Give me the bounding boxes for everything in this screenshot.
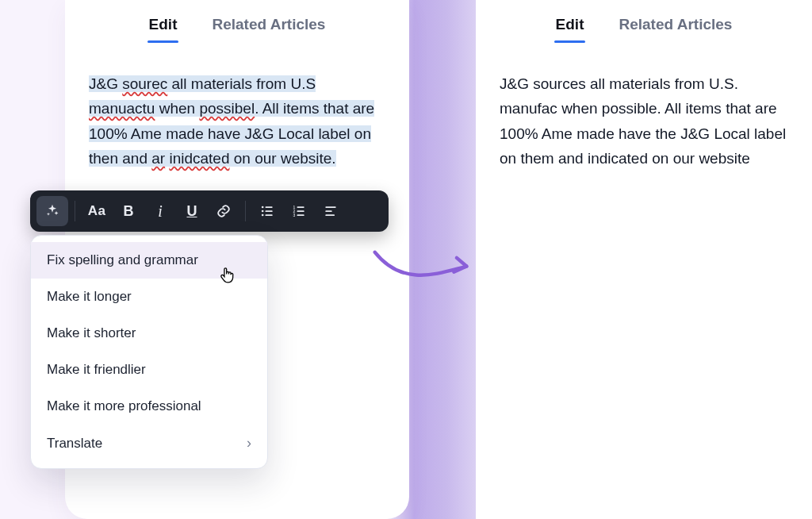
misspelling: inidcated — [169, 150, 229, 167]
sparkle-icon — [44, 203, 60, 219]
menu-item-make-shorter[interactable]: Make it shorter — [31, 315, 267, 352]
misspelling: manuactu — [89, 100, 155, 117]
menu-item-make-professional[interactable]: Make it more professional — [31, 388, 267, 425]
editor-body-after[interactable]: J&G sources all materials from U.S. manu… — [476, 49, 812, 171]
svg-point-0 — [262, 206, 264, 209]
menu-item-make-friendlier[interactable]: Make it friendlier — [31, 352, 267, 388]
svg-rect-9 — [297, 210, 304, 212]
ai-sparkle-button[interactable] — [36, 196, 68, 226]
toolbar-separator — [245, 201, 246, 221]
svg-rect-3 — [266, 210, 273, 212]
font-case-button[interactable]: Aa — [82, 196, 112, 226]
svg-text:3: 3 — [293, 213, 296, 217]
toolbar-separator — [75, 201, 75, 221]
svg-point-2 — [262, 210, 264, 213]
selected-text: J&G sourec all materials from U.S manuac… — [89, 75, 374, 167]
pointer-cursor-icon — [217, 265, 238, 286]
tab-related-articles[interactable]: Related Articles — [617, 11, 733, 41]
chevron-right-icon: › — [247, 435, 251, 452]
bullet-list-button[interactable] — [252, 196, 282, 226]
svg-rect-7 — [297, 206, 304, 208]
svg-rect-5 — [266, 214, 273, 216]
svg-rect-12 — [325, 206, 335, 208]
menu-item-translate[interactable]: Translate › — [31, 425, 267, 462]
svg-rect-11 — [297, 214, 304, 216]
editor-panel-after: Edit Related Articles J&G sources all ma… — [476, 0, 812, 519]
tab-related-articles[interactable]: Related Articles — [210, 11, 327, 41]
svg-rect-14 — [325, 214, 335, 216]
editor-body-before[interactable]: J&G sourec all materials from U.S manuac… — [65, 49, 409, 171]
bold-button[interactable]: B — [113, 196, 144, 226]
svg-rect-1 — [266, 206, 273, 208]
link-icon — [216, 203, 232, 219]
svg-point-4 — [262, 214, 264, 217]
tab-bar-left: Edit Related Articles — [65, 0, 409, 49]
tab-edit[interactable]: Edit — [554, 11, 586, 41]
numbered-list-button[interactable]: 1 2 3 — [284, 196, 314, 226]
svg-rect-13 — [325, 210, 331, 212]
formatting-toolbar: Aa B i U 1 2 3 — [30, 190, 389, 232]
numbered-list-icon: 1 2 3 — [291, 203, 307, 219]
misspelling: ar — [151, 150, 165, 167]
bullet-list-icon — [259, 203, 275, 219]
link-button[interactable] — [209, 196, 239, 226]
underline-button[interactable]: U — [177, 196, 207, 226]
tab-edit[interactable]: Edit — [147, 11, 179, 41]
transition-arrow-icon — [365, 238, 484, 302]
italic-button[interactable]: i — [145, 196, 175, 226]
align-button[interactable] — [316, 196, 346, 226]
comparison-stage: Edit Related Articles J&G sourec all mat… — [0, 0, 812, 519]
align-left-icon — [323, 203, 339, 219]
misspelling: sourec — [122, 75, 167, 92]
tab-bar-right: Edit Related Articles — [476, 0, 812, 49]
misspelling: possibel — [199, 100, 255, 117]
